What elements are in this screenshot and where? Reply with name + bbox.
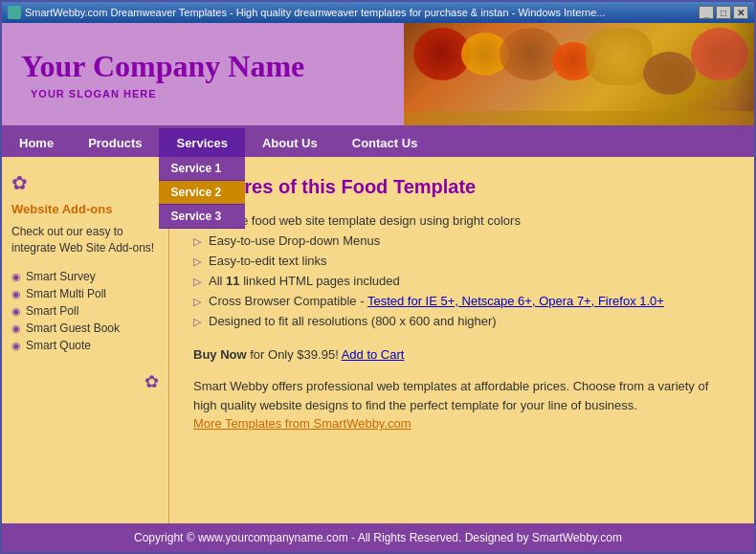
main-content-area: Features of this Food Template ▷ Unique …: [169, 157, 754, 523]
feature-item-2: ▷ Easy-to-use Drop-down Menus: [193, 233, 730, 248]
services-dropdown: Service 1 Service 2 Service 3: [159, 157, 245, 229]
sidebar-link-quote[interactable]: ◉ Smart Quote: [11, 339, 159, 352]
nav-services[interactable]: Services Service 1 Service 2 Service 3: [159, 128, 245, 157]
bullet-icon-5: ▷: [193, 296, 201, 308]
browser-icon: [8, 6, 21, 19]
footer-text: Copyright © www.yourcompanyname.com - Al…: [134, 531, 622, 544]
nav-about[interactable]: About Us: [245, 128, 335, 157]
close-button[interactable]: ✕: [733, 6, 748, 19]
sidebar-link-survey[interactable]: ◉ Smart Survey: [11, 270, 159, 283]
features-list: ▷ Unique food web site template design u…: [193, 213, 730, 328]
bullet-icon: ◉: [11, 322, 21, 335]
bullet-icon: ◉: [11, 271, 21, 283]
more-templates-link[interactable]: More Templates from SmartWebby.com: [193, 416, 411, 431]
add-to-cart-link[interactable]: Add to Cart: [342, 347, 405, 362]
feature-item-3: ▷ Easy-to-edit text links: [193, 254, 730, 268]
bullet-icon: ◉: [11, 288, 21, 300]
dropdown-service2[interactable]: Service 2: [159, 181, 245, 205]
sidebar: ✿ Website Add-ons Check out our easy to …: [2, 157, 169, 523]
bullet-icon: ◉: [11, 340, 21, 352]
title-bar: SmartWebby.com Dreamweaver Templates - H…: [2, 2, 754, 23]
sidebar-link-multipoll[interactable]: ◉ Smart Multi Poll: [11, 287, 159, 300]
food-image: [404, 23, 754, 125]
bullet-icon-3: ▷: [193, 255, 201, 268]
header: Your Company Name YOUR SLOGAN HERE: [2, 23, 754, 128]
company-name: Your Company Name: [21, 49, 385, 84]
flower-decoration-top: ✿: [11, 171, 159, 194]
header-image: [404, 23, 754, 125]
feature-item-4: ▷ All 11 linked HTML pages included: [193, 274, 730, 288]
header-left: Your Company Name YOUR SLOGAN HERE: [2, 23, 404, 125]
bullet-icon-2: ▷: [193, 235, 201, 248]
promo-text: Smart Webby offers professional web temp…: [193, 377, 730, 433]
sidebar-link-guestbook[interactable]: ◉ Smart Guest Book: [11, 321, 159, 335]
bullet-icon-4: ▷: [193, 276, 201, 288]
nav-home[interactable]: Home: [2, 128, 71, 157]
browser-link[interactable]: Tested for IE 5+, Netscape 6+, Opera 7+,…: [367, 294, 664, 308]
content-title: Features of this Food Template: [193, 176, 730, 198]
buy-label: Buy Now: [193, 347, 247, 362]
bullet-icon: ◉: [11, 305, 21, 318]
flower-decoration-bottom: ✿: [11, 371, 159, 392]
feature-item-5: ▷ Cross Browser Compatible - Tested for …: [193, 294, 730, 308]
maximize-button[interactable]: □: [716, 6, 731, 19]
footer: Copyright © www.yourcompanyname.com - Al…: [2, 523, 754, 552]
sidebar-link-poll[interactable]: ◉ Smart Poll: [11, 304, 159, 318]
bullet-icon-6: ▷: [193, 316, 201, 328]
feature-item-1: ▷ Unique food web site template design u…: [193, 213, 730, 228]
dropdown-service1[interactable]: Service 1: [159, 157, 245, 181]
navigation: Home Products Services Service 1 Service…: [2, 128, 754, 157]
buy-section: Buy Now for Only $39.95! Add to Cart: [193, 347, 730, 362]
window-controls[interactable]: _ □ ✕: [699, 6, 748, 19]
nav-contact[interactable]: Contact Us: [335, 128, 435, 157]
feature-item-6: ▷ Designed to fit all resolutions (800 x…: [193, 314, 730, 328]
slogan: YOUR SLOGAN HERE: [31, 88, 385, 100]
minimize-button[interactable]: _: [699, 6, 714, 19]
buy-price: for Only $39.95!: [250, 347, 341, 362]
title-text: SmartWebby.com Dreamweaver Templates - H…: [25, 7, 605, 18]
sidebar-description: Check out our easy to integrate Web Site…: [11, 224, 159, 256]
dropdown-service3[interactable]: Service 3: [159, 205, 245, 229]
nav-products[interactable]: Products: [71, 128, 159, 157]
sidebar-title: Website Add-ons: [11, 202, 159, 216]
main-content: ✿ Website Add-ons Check out our easy to …: [2, 157, 754, 523]
